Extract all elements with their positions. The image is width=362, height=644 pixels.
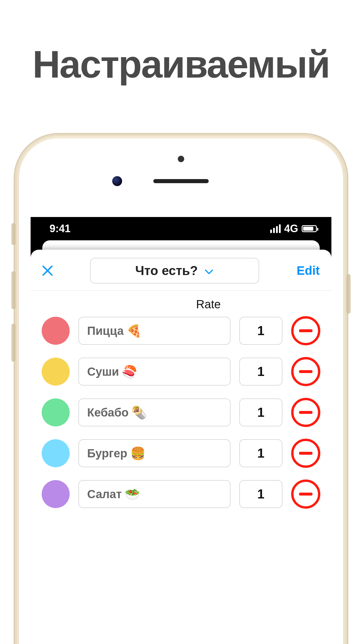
item-name-input[interactable]: Бургер🍔 [78, 439, 231, 467]
color-swatch[interactable] [42, 317, 70, 345]
item-name-input[interactable]: Салат🥗 [78, 480, 231, 508]
network-label: 4G [284, 223, 298, 235]
item-rows-container: Пицца🍕1Суши🍣1Кебабо🌯1Бургер🍔1Салат🥗1 [31, 316, 331, 509]
item-emoji: 🍔 [130, 446, 145, 461]
front-camera [112, 176, 122, 186]
item-name-input[interactable]: Суши🍣 [78, 358, 231, 386]
item-rate-input[interactable]: 1 [239, 358, 282, 386]
item-name-input[interactable]: Пицца🍕 [78, 317, 231, 345]
hero-title: Настраиваемый [0, 42, 362, 86]
volume-up-button [11, 271, 15, 309]
edit-button[interactable]: Edit [295, 261, 321, 280]
list-selector[interactable]: Что есть? [90, 258, 259, 284]
remove-item-button[interactable] [291, 398, 320, 427]
item-name-text: Салат [87, 488, 122, 501]
minus-icon [299, 411, 312, 414]
item-name-text: Бургер [87, 447, 127, 460]
item-name-text: Кебабо [87, 406, 129, 419]
color-swatch[interactable] [42, 358, 70, 386]
item-row: Пицца🍕1 [42, 316, 320, 345]
power-button [347, 274, 351, 314]
close-button[interactable] [41, 264, 55, 278]
remove-item-button[interactable] [291, 316, 320, 345]
chevron-down-icon [204, 265, 214, 276]
item-rate-input[interactable]: 1 [239, 317, 282, 345]
minus-icon [299, 493, 312, 496]
status-bar: 9:41 4G [31, 217, 331, 240]
item-row: Кебабо🌯1 [42, 398, 320, 427]
item-emoji: 🍣 [122, 365, 137, 379]
remove-item-button[interactable] [291, 480, 320, 509]
close-icon [41, 265, 54, 277]
item-name-text: Пицца [87, 324, 124, 337]
item-name-text: Суши [87, 365, 119, 378]
battery-icon [302, 225, 317, 232]
item-rate-input[interactable]: 1 [239, 480, 282, 508]
phone-screen: 9:41 4G Что есть? Edit [31, 217, 331, 644]
volume-down-button [11, 324, 15, 362]
color-swatch[interactable] [42, 439, 70, 467]
rate-column-header: Rate [185, 291, 232, 316]
remove-item-button[interactable] [291, 439, 320, 468]
item-emoji: 🥗 [125, 487, 140, 501]
item-rate-input[interactable]: 1 [239, 398, 282, 426]
list-selector-label: Что есть? [135, 263, 198, 278]
earpiece-speaker [153, 179, 209, 183]
item-emoji: 🌯 [131, 405, 147, 420]
item-row: Бургер🍔1 [42, 439, 320, 468]
color-swatch[interactable] [42, 398, 70, 426]
minus-icon [299, 329, 312, 332]
color-swatch[interactable] [42, 480, 70, 508]
mute-switch [11, 223, 15, 245]
remove-item-button[interactable] [291, 357, 320, 386]
signal-icon [270, 224, 281, 233]
minus-icon [299, 452, 312, 455]
item-row: Салат🥗1 [42, 480, 320, 509]
edit-sheet: Что есть? Edit Rate Пицца🍕1Суши🍣1Кебабо🌯… [31, 250, 331, 644]
minus-icon [299, 370, 312, 373]
status-time: 9:41 [50, 223, 71, 235]
phone-frame: 9:41 4G Что есть? Edit [15, 134, 347, 644]
item-emoji: 🍕 [126, 324, 142, 338]
item-rate-input[interactable]: 1 [239, 439, 282, 467]
proximity-sensor [178, 156, 184, 162]
item-row: Суши🍣1 [42, 357, 320, 386]
item-name-input[interactable]: Кебабо🌯 [78, 398, 231, 426]
